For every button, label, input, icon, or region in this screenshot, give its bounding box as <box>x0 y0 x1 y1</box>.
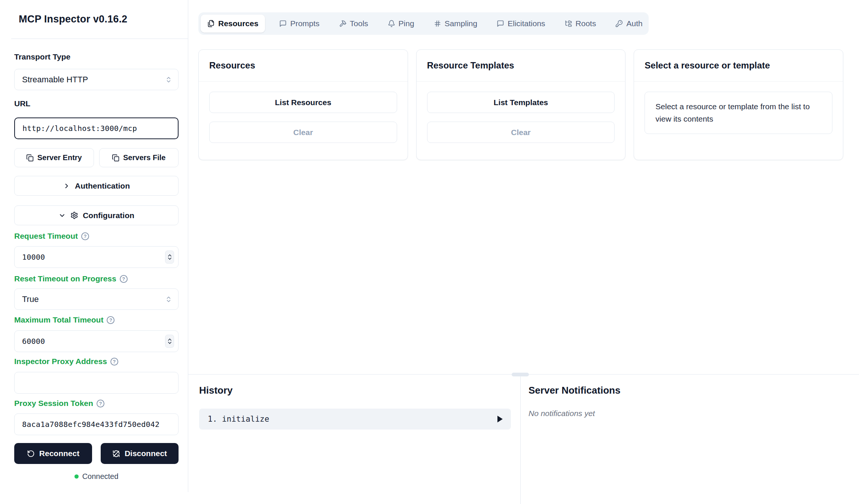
hammer-icon <box>339 20 347 27</box>
url-input[interactable] <box>14 117 179 139</box>
help-icon[interactable] <box>110 358 118 366</box>
configuration-toggle[interactable]: Configuration <box>14 205 179 225</box>
bottom-pane-divider <box>520 375 521 504</box>
tab-sampling[interactable]: Sampling <box>429 15 483 33</box>
servers-file-label: Servers File <box>123 153 165 162</box>
tab-tools[interactable]: Tools <box>334 15 374 33</box>
tab-label: Auth <box>626 19 642 28</box>
hash-icon <box>434 20 441 27</box>
sidebar-header: MCP Inspector v0.16.2 <box>0 0 188 39</box>
connection-status: Connected <box>14 472 179 481</box>
reconnect-button[interactable]: Reconnect <box>14 443 92 464</box>
tab-label: Sampling <box>445 19 478 28</box>
help-icon[interactable] <box>81 232 89 240</box>
copy-icon <box>112 154 119 162</box>
inspector-proxy-address-label: Inspector Proxy Address <box>14 357 179 366</box>
servers-file-button[interactable]: Servers File <box>99 148 179 167</box>
tab-resources[interactable]: Resources <box>201 15 265 33</box>
configuration-label: Configuration <box>83 211 134 220</box>
app-title: MCP Inspector v0.16.2 <box>19 13 127 25</box>
transport-type-label: Transport Type <box>14 52 179 61</box>
tab-label: Ping <box>399 19 414 28</box>
help-icon[interactable] <box>107 316 115 324</box>
resource-detail-card-header: Select a resource or template <box>634 50 843 82</box>
proxy-session-token-label: Proxy Session Token <box>14 399 179 408</box>
resource-detail-message: Select a resource or template from the l… <box>645 92 832 134</box>
resource-templates-card: Resource Templates List Templates Clear <box>416 49 626 160</box>
key-icon <box>615 20 623 27</box>
tabbar: Resources Prompts Tools Ping <box>198 12 649 35</box>
help-icon[interactable] <box>97 400 104 407</box>
connection-actions-row: Reconnect Disconnect <box>14 443 179 464</box>
maximum-total-timeout-label: Maximum Total Timeout <box>14 315 179 324</box>
inspector-proxy-address-input[interactable] <box>14 372 179 394</box>
chevrons-up-down-icon <box>165 296 172 303</box>
bell-icon <box>388 20 395 27</box>
files-icon <box>207 20 215 27</box>
tab-label: Resources <box>218 19 258 28</box>
tab-roots[interactable]: Roots <box>560 15 601 33</box>
sidebar-divider <box>11 39 188 39</box>
resource-templates-card-header: Resource Templates <box>417 50 625 82</box>
status-label: Connected <box>82 472 119 481</box>
disconnect-label: Disconnect <box>125 449 167 458</box>
reset-timeout-label: Reset Timeout on Progress <box>14 274 179 283</box>
resources-card-title: Resources <box>209 60 255 71</box>
tab-label: Roots <box>576 19 596 28</box>
disconnect-button[interactable]: Disconnect <box>101 443 179 464</box>
expand-arrow-icon <box>497 416 503 422</box>
list-resources-button[interactable]: List Resources <box>209 92 397 113</box>
sidebar: MCP Inspector v0.16.2 Transport Type Str… <box>0 0 188 492</box>
request-timeout-field <box>14 246 179 268</box>
panel-resize-handle[interactable] <box>512 373 529 376</box>
reset-timeout-select[interactable]: True <box>14 288 179 310</box>
tab-label: Elicitations <box>508 19 545 28</box>
reset-timeout-value: True <box>22 294 39 304</box>
server-notifications-title: Server Notifications <box>529 385 621 396</box>
status-dot <box>74 474 79 479</box>
refresh-off-icon <box>112 450 120 458</box>
gear-icon <box>70 211 78 219</box>
transport-type-value: Streamable HTTP <box>22 75 88 85</box>
proxy-session-token-input[interactable] <box>14 413 179 435</box>
resource-detail-card: Select a resource or template Select a r… <box>634 49 843 160</box>
help-icon[interactable] <box>120 275 128 283</box>
maximum-total-timeout-input[interactable] <box>14 330 179 352</box>
reconnect-label: Reconnect <box>39 449 79 458</box>
message-square-icon <box>497 20 504 27</box>
clear-resources-button[interactable]: Clear <box>209 122 397 143</box>
clear-templates-button[interactable]: Clear <box>427 122 615 143</box>
folder-tree-icon <box>565 20 572 27</box>
transport-type-select[interactable]: Streamable HTTP <box>14 69 179 90</box>
authentication-toggle[interactable]: Authentication <box>14 176 179 196</box>
sidebar-body: Transport Type Streamable HTTP URL Serve… <box>0 52 188 481</box>
tab-ping[interactable]: Ping <box>383 15 420 33</box>
authentication-label: Authentication <box>75 181 130 190</box>
chevrons-up-down-icon <box>165 76 172 83</box>
server-entry-label: Server Entry <box>37 153 82 162</box>
url-label: URL <box>14 99 179 108</box>
rotate-ccw-icon <box>27 450 35 458</box>
tab-elicitations[interactable]: Elicitations <box>491 15 550 33</box>
resources-card-header: Resources <box>199 50 408 82</box>
history-item-initialize[interactable]: 1. initialize <box>199 409 511 430</box>
server-entry-button[interactable]: Server Entry <box>14 148 94 167</box>
request-timeout-input[interactable] <box>14 246 179 268</box>
number-stepper-icon[interactable] <box>165 335 174 348</box>
tab-label: Prompts <box>290 19 319 28</box>
list-templates-button[interactable]: List Templates <box>427 92 615 113</box>
chevron-right-icon <box>63 182 70 190</box>
cards-row: Resources List Resources Clear Resource … <box>198 49 843 160</box>
tab-prompts[interactable]: Prompts <box>274 15 325 33</box>
resources-card-body: List Resources Clear <box>199 82 408 153</box>
request-timeout-label: Request Timeout <box>14 232 179 241</box>
number-stepper-icon[interactable] <box>165 251 174 264</box>
resource-detail-card-title: Select a resource or template <box>645 60 770 71</box>
tab-auth[interactable]: Auth <box>610 15 648 33</box>
chevron-down-icon <box>58 212 66 219</box>
message-square-icon <box>279 20 287 27</box>
history-item-label: 1. initialize <box>208 415 269 424</box>
tab-label: Tools <box>350 19 368 28</box>
entry-buttons-row: Server Entry Servers File <box>14 148 179 167</box>
server-notifications-empty: No notifications yet <box>529 409 595 418</box>
